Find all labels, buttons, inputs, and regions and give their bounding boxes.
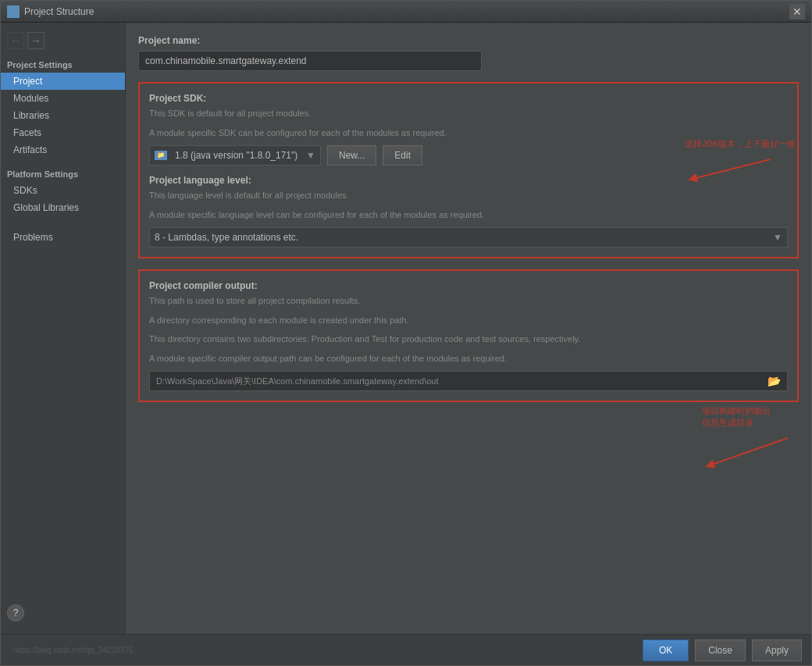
- annotation-jdk: 选择JDK版本，上下最好一致: [685, 138, 796, 183]
- sdk-section-title: Project SDK:: [149, 93, 788, 104]
- svg-rect-0: [9, 7, 12, 11]
- title-bar: Project Structure ✕: [1, 1, 811, 23]
- sdk-icon: 📁: [155, 151, 167, 160]
- close-button[interactable]: Close: [695, 639, 746, 661]
- compiler-section: Project compiler output: This path is us…: [138, 269, 799, 402]
- svg-rect-3: [14, 12, 18, 16]
- project-settings-header: Project Settings: [1, 55, 125, 73]
- compiler-desc1: This path is used to store all project c…: [149, 294, 788, 308]
- new-sdk-button[interactable]: New...: [327, 145, 376, 166]
- sdk-desc2: A module specific SDK can be configured …: [149, 126, 788, 140]
- annotation-arrow-2: [702, 430, 796, 469]
- main-panel: Project name: Project SDK: This SDK is d…: [126, 23, 811, 634]
- svg-rect-1: [14, 7, 18, 11]
- annotation-arrow-1: [685, 151, 778, 183]
- sidebar-item-problems[interactable]: Problems: [1, 229, 125, 246]
- forward-button[interactable]: →: [27, 32, 45, 49]
- sidebar-item-facets[interactable]: Facets: [1, 124, 125, 141]
- sidebar-item-sdks[interactable]: SDKs: [1, 182, 125, 199]
- sidebar-item-global-libraries[interactable]: Global Libraries: [1, 199, 125, 216]
- nav-buttons: ← →: [1, 29, 125, 55]
- annotation-compiler: 项目构建时的输出 信息生成目录: [702, 405, 796, 469]
- sidebar-item-artifacts[interactable]: Artifacts: [1, 141, 125, 158]
- sdk-dropdown[interactable]: 📁 1.8 (java version "1.8.0_171") ▼: [149, 145, 321, 166]
- language-desc1: This language level is default for all p…: [149, 189, 788, 202]
- edit-sdk-button[interactable]: Edit: [383, 145, 422, 166]
- sidebar-item-modules[interactable]: Modules: [1, 90, 125, 107]
- window-icon: [7, 5, 20, 18]
- sidebar: ← → Project Settings Project Modules Lib…: [1, 23, 126, 634]
- project-structure-window: Project Structure ✕ ← → Project Settings…: [0, 0, 812, 666]
- close-window-button[interactable]: ✕: [789, 4, 805, 20]
- compiler-desc4: A module specific compiler output path c…: [149, 352, 788, 365]
- svg-rect-2: [9, 12, 12, 16]
- window-title: Project Structure: [24, 6, 789, 17]
- browse-folder-button[interactable]: 📂: [767, 375, 781, 387]
- compiler-output-input[interactable]: [156, 376, 759, 386]
- back-button[interactable]: ←: [7, 32, 24, 49]
- project-name-input[interactable]: [138, 51, 482, 71]
- compiler-desc2: A directory corresponding to each module…: [149, 314, 788, 327]
- compiler-desc3: This directory contains two subdirectori…: [149, 333, 788, 346]
- language-dropdown-arrow: ▼: [773, 232, 782, 243]
- compiler-title: Project compiler output:: [149, 280, 788, 291]
- sidebar-item-libraries[interactable]: Libraries: [1, 107, 125, 124]
- svg-line-5: [710, 438, 788, 465]
- project-name-label: Project name:: [138, 35, 799, 46]
- sidebar-item-project[interactable]: Project: [1, 73, 125, 90]
- bottom-bar: https://blog.csdn.net/qq_34218376 OK Clo…: [1, 634, 811, 665]
- ok-button[interactable]: OK: [643, 639, 689, 661]
- platform-settings-header: Platform Settings: [1, 165, 125, 182]
- main-content: ← → Project Settings Project Modules Lib…: [1, 23, 811, 634]
- apply-button[interactable]: Apply: [752, 639, 802, 661]
- sdk-desc1: This SDK is default for all project modu…: [149, 107, 788, 120]
- svg-line-4: [693, 159, 771, 179]
- watermark: https://blog.csdn.net/qq_34218376: [13, 646, 133, 654]
- sdk-dropdown-arrow: ▼: [306, 150, 315, 161]
- annotation-compiler-line1: 项目构建时的输出: [702, 405, 796, 417]
- language-desc2: A module specific language level can be …: [149, 208, 788, 222]
- compiler-output-row: 📂: [149, 371, 788, 391]
- annotation-compiler-line2: 信息生成目录: [702, 417, 796, 429]
- language-dropdown[interactable]: 8 - Lambdas, type annotations etc. ▼: [149, 227, 788, 248]
- help-button[interactable]: ?: [7, 604, 24, 621]
- sdk-value: 1.8 (java version "1.8.0_171"): [175, 150, 297, 161]
- language-value: 8 - Lambdas, type annotations etc.: [155, 232, 298, 243]
- sidebar-bottom: ?: [1, 598, 125, 628]
